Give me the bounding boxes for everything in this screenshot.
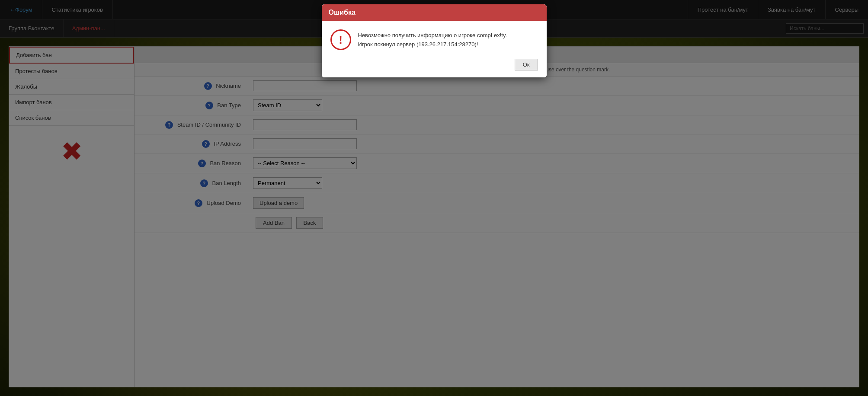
modal-ok-button[interactable]: Ок [515,59,538,70]
modal-footer: Ок [322,54,547,77]
modal-header: Ошибка [322,4,547,21]
modal-ok-button-label: Ок [523,61,530,68]
modal-title-text: Ошибка [329,9,356,16]
modal-dialog: Ошибка ! Невозможно получить информацию … [322,4,547,77]
modal-error-icon: ! [330,29,351,50]
modal-overlay[interactable]: Ошибка ! Невозможно получить информацию … [0,0,868,396]
modal-message: Невозможно получить информацию о игроке … [358,29,507,49]
modal-body: ! Невозможно получить информацию о игрок… [322,21,547,54]
